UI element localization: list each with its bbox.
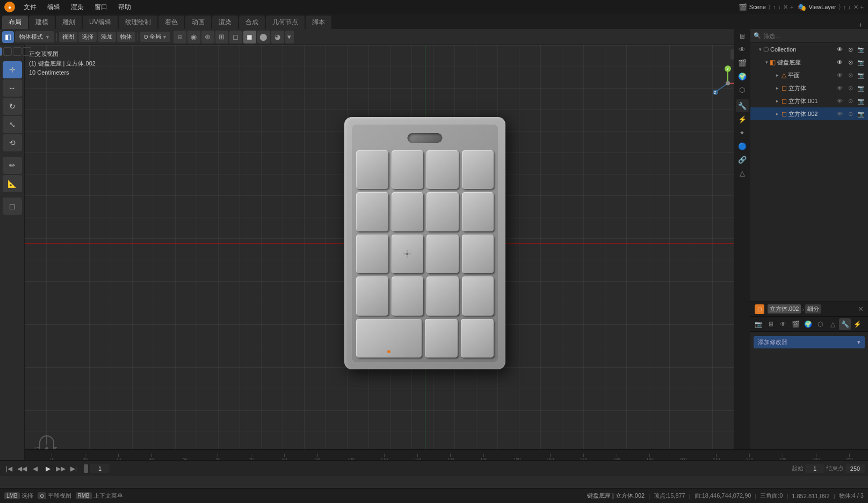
select-circle[interactable] [3, 47, 12, 56]
play-btn[interactable]: ▶ [42, 463, 54, 475]
tab-geometry-nodes[interactable]: 几何节点 [266, 16, 305, 29]
tab-scripting[interactable]: 脚本 [306, 16, 331, 29]
shading-solid[interactable]: ◼ [243, 31, 256, 43]
vis-sel-plane[interactable]: ⊙ [845, 70, 855, 80]
props-tab-shader[interactable]: ⚡ [851, 318, 863, 330]
outliner-item-cube002[interactable]: ▾ ▸ ◻ 立方体.002 👁 ⊙ 📷 [750, 107, 868, 120]
outliner-item-collection[interactable]: ▾ ⬡ Collection 👁 ⊙ 📷 [750, 43, 868, 56]
props-tab-scene[interactable]: 🎬 [790, 318, 801, 330]
menu-help[interactable]: 帮助 [114, 2, 135, 13]
props-tab-view[interactable]: 👁 [777, 318, 789, 330]
select-lasso[interactable] [13, 47, 21, 56]
outliner-search-input[interactable] [763, 33, 865, 39]
proportional-btn[interactable]: ◉ [187, 31, 200, 43]
shading-mat[interactable]: ⬤ [257, 31, 270, 43]
tab-texture-paint[interactable]: 纹理绘制 [119, 16, 157, 29]
menu-file[interactable]: 文件 [19, 2, 41, 13]
props-side-constraints[interactable]: 🔗 [736, 153, 749, 166]
vis-eye-c002[interactable]: 👁 [835, 109, 844, 119]
rotate-tool[interactable]: ↻ [3, 98, 22, 115]
object-menu-btn[interactable]: 物体 [117, 32, 135, 42]
jump-end-btn[interactable]: ▶| [68, 463, 79, 475]
props-tab-render[interactable]: 📷 [753, 318, 764, 330]
props-tab-mesh[interactable]: △ [827, 318, 838, 330]
vis-eye[interactable]: 👁 [835, 45, 844, 54]
scale-tool[interactable]: ⤡ [3, 116, 22, 133]
view-menu-btn[interactable]: 视图 [59, 32, 77, 42]
props-tab-output[interactable]: 🖥 [765, 318, 777, 330]
props-side-view[interactable]: 👁 [736, 43, 749, 56]
vis-sel-c002[interactable]: ⊙ [845, 109, 855, 119]
menu-render[interactable]: 渲染 [67, 2, 88, 13]
main-viewport[interactable]: 正交顶视图 (1) 键盘底座 | 立方体.002 10 Centimeters … [25, 45, 761, 473]
transform-tool[interactable]: ⟲ [3, 134, 22, 151]
props-side-object[interactable]: ⬡ [736, 83, 749, 96]
cursor-tool[interactable]: ✛ [3, 61, 22, 78]
vis-ren-c001[interactable]: 📷 [856, 96, 866, 106]
move-tool[interactable]: ↔ [3, 79, 22, 97]
select-fill[interactable] [23, 47, 31, 56]
shading-options[interactable]: ▾ [285, 31, 294, 43]
props-side-shader[interactable]: ⚡ [736, 113, 749, 126]
vis-eye-cube[interactable]: 👁 [835, 83, 844, 93]
pivot-btn[interactable]: ⊙ 全局 ▼ [140, 32, 170, 42]
vis-eye-kb[interactable]: 👁 [835, 57, 844, 67]
props-tab-modifier[interactable]: 🔧 [839, 318, 851, 330]
timeline-ruler[interactable]: 0102030405060708090100110120130140150160… [0, 449, 868, 461]
tab-animation[interactable]: 动画 [185, 16, 211, 29]
vis-ren-plane[interactable]: 📷 [856, 70, 866, 80]
props-tab-particles[interactable]: ✦ [864, 318, 868, 330]
jump-start-btn[interactable]: |◀ [3, 463, 15, 475]
mode-dropdown[interactable]: 物体模式 ▼ [15, 31, 54, 42]
add-modifier-btn[interactable]: 添加修改器 ▾ [754, 336, 865, 348]
vis-select[interactable]: ⊙ [845, 45, 855, 54]
start-frame-input[interactable] [805, 464, 824, 473]
end-frame-input[interactable] [845, 464, 865, 473]
add-menu-btn[interactable]: 添加 [98, 32, 116, 42]
outliner-item-plane[interactable]: ▾ ▸ △ 平面 👁 ⊙ 📷 [750, 69, 868, 82]
vis-eye-c001[interactable]: 👁 [835, 96, 844, 106]
vis-sel-cube[interactable]: ⊙ [845, 83, 855, 93]
tab-uv[interactable]: UV编辑 [83, 16, 118, 29]
tab-rendering[interactable]: 渲染 [212, 16, 238, 29]
outliner-item-cube[interactable]: ▾ ▸ ◻ 立方体 👁 ⊙ 📷 [750, 82, 868, 94]
vis-ren-cube[interactable]: 📷 [856, 83, 866, 93]
tab-modeling[interactable]: 建模 [29, 16, 55, 29]
props-side-modifier[interactable]: 🔧 [736, 99, 749, 112]
annotate-tool[interactable]: ✏ [3, 157, 22, 174]
vis-ren-kb[interactable]: 📷 [856, 57, 866, 67]
xray-btn[interactable]: ⊞ [215, 31, 228, 43]
jump-prev-btn[interactable]: ◀◀ [16, 463, 28, 475]
props-tab-obj[interactable]: ⬡ [814, 318, 826, 330]
jump-next-btn[interactable]: ▶▶ [55, 463, 67, 475]
prop-modifier-name[interactable]: 细分 [805, 304, 821, 314]
overlay-btn[interactable]: ⊛ [201, 31, 214, 43]
props-side-physics[interactable]: 🔵 [736, 140, 749, 152]
outliner-item-cube001[interactable]: ▾ ▸ ◻ 立方体.001 👁 ⊙ 📷 [750, 94, 868, 107]
menu-window[interactable]: 窗口 [90, 2, 112, 13]
tab-compositing[interactable]: 合成 [239, 16, 265, 29]
measure-tool[interactable]: 📐 [3, 175, 22, 192]
vis-render[interactable]: 📷 [856, 45, 866, 54]
vis-eye-plane[interactable]: 👁 [835, 70, 844, 80]
props-side-particles[interactable]: ✦ [736, 126, 749, 139]
tab-layout[interactable]: 布局 [2, 16, 28, 29]
vis-sel-c001[interactable]: ⊙ [845, 96, 855, 106]
props-tab-world[interactable]: 🌍 [802, 318, 814, 330]
menu-edit[interactable]: 编辑 [43, 2, 64, 13]
props-side-scene[interactable]: 🎬 [736, 56, 749, 69]
select-menu-btn[interactable]: 选择 [78, 32, 97, 42]
vis-ren-c002[interactable]: 📷 [856, 109, 866, 119]
shading-wire[interactable]: ◻ [229, 31, 242, 43]
add-workspace-btn[interactable]: + [858, 20, 863, 29]
props-side-world[interactable]: 🌍 [736, 70, 749, 83]
properties-close-btn[interactable]: ✕ [858, 305, 864, 313]
add-cube-tool[interactable]: ◻ [3, 198, 22, 215]
shading-rendered[interactable]: ◕ [271, 31, 284, 43]
props-side-data[interactable]: △ [736, 166, 749, 179]
play-back-btn[interactable]: ◀ [29, 463, 41, 475]
tab-sculpt[interactable]: 雕刻 [56, 16, 82, 29]
snap-btn[interactable]: ⧆ [173, 31, 186, 43]
outliner-item-keyboard-base[interactable]: ▾ ◧ 键盘底座 👁 ⊙ 📷 [750, 56, 868, 69]
prop-obj-name[interactable]: 立方体.002 [768, 304, 801, 314]
